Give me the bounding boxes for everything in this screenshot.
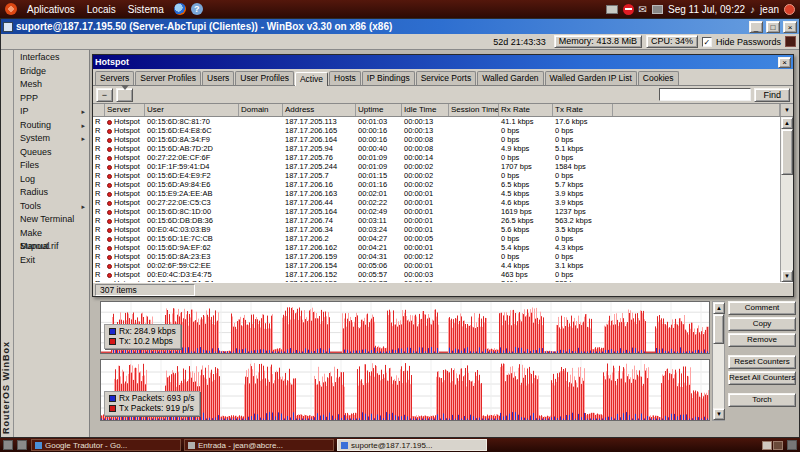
table-row[interactable]: R Hotspot 00:15:6D:9A:EF:62 187.17.206.1…: [93, 243, 780, 252]
scrollbar-thumb[interactable]: [781, 129, 793, 175]
hotspot-tab[interactable]: Service Ports: [416, 71, 477, 85]
sidebar-item[interactable]: Routing ▸: [14, 119, 89, 133]
hotspot-titlebar[interactable]: Hotspot ×: [93, 55, 793, 69]
workspace-cell[interactable]: [773, 441, 783, 450]
sidebar-item[interactable]: IP ▸: [14, 105, 89, 119]
table-row[interactable]: R Hotspot 00:15:6D:8A:23:E3 187.17.206.1…: [93, 252, 780, 261]
menubar-menu[interactable]: Sistema: [123, 3, 169, 16]
table-row[interactable]: R Hotspot 00:15:6D:E4:E9:F2 187.17.205.7…: [93, 171, 780, 180]
table-row[interactable]: R Hotspot 00:15:6D:8A:34:F9 187.17.206.1…: [93, 135, 780, 144]
file-manager-icon[interactable]: [17, 440, 27, 450]
table-row[interactable]: R Hotspot 00:E0:4C:D3:E4:75 187.17.206.1…: [93, 270, 780, 279]
action-button[interactable]: Reset Counters: [728, 355, 796, 369]
hotspot-tab[interactable]: IP Bindings: [362, 71, 415, 85]
table-row[interactable]: R Hotspot 00:02:6F:59:C2:EE 187.17.206.1…: [93, 261, 780, 270]
column-flag[interactable]: [93, 104, 105, 116]
sidebar-item[interactable]: System ▸: [14, 132, 89, 146]
close-button[interactable]: ×: [783, 21, 797, 33]
hotspot-tab[interactable]: Servers: [95, 71, 134, 85]
filter-button[interactable]: [116, 88, 133, 102]
action-button[interactable]: Reset All Counters: [728, 371, 796, 385]
find-button[interactable]: Find: [754, 88, 790, 102]
table-row[interactable]: R Hotspot 00:15:6D:1E:7C:CB 187.17.206.2…: [93, 234, 780, 243]
sidebar-item[interactable]: Tools ▸: [14, 200, 89, 214]
column-address[interactable]: Address: [283, 104, 356, 116]
hotspot-tab[interactable]: User Profiles: [235, 71, 294, 85]
sidebar-item[interactable]: Mesh ▸: [14, 78, 89, 92]
hotspot-tab[interactable]: Users: [202, 71, 234, 85]
sidebar-item[interactable]: Files ▸: [14, 159, 89, 173]
sidebar-item[interactable]: New Terminal ▸: [14, 213, 89, 227]
taskbar-window-button[interactable]: Entrada - jean@abcre...: [184, 439, 334, 451]
show-desktop-icon[interactable]: [3, 440, 13, 450]
trash-icon[interactable]: [787, 440, 797, 450]
sidebar-item[interactable]: Exit ▸: [14, 254, 89, 268]
workspace-switcher[interactable]: [762, 441, 783, 450]
menubar-menu[interactable]: Aplicativos: [22, 3, 80, 16]
sidebar-item[interactable]: Bridge ▸: [14, 65, 89, 79]
hotspot-tab[interactable]: Cookies: [638, 71, 679, 85]
memory-indicator[interactable]: Memory: 413.8 MiB: [554, 35, 642, 48]
hotspot-tab[interactable]: Walled Garden: [477, 71, 543, 85]
table-row[interactable]: R Hotspot 00:1F:1F:59:41:D4 187.17.205.2…: [93, 162, 780, 171]
volume-icon[interactable]: ♪: [750, 4, 755, 15]
hotspot-tab[interactable]: Hosts: [329, 71, 361, 85]
table-row[interactable]: R Hotspot 00:15:6D:8C:1D:00 187.17.205.1…: [93, 207, 780, 216]
table-row[interactable]: R Hotspot 00:15:6D:AB:7D:2D 187.17.205.9…: [93, 144, 780, 153]
table-row[interactable]: R Hotspot 00:15:6D:8C:81:70 187.17.205.1…: [93, 117, 780, 126]
clock[interactable]: Seg 11 Jul, 09:22: [668, 4, 745, 15]
sidebar-item[interactable]: Interfaces ▸: [14, 51, 89, 65]
table-row[interactable]: R Hotspot 00:27:22:0E:C5:C3 187.17.206.4…: [93, 198, 780, 207]
table-row[interactable]: R Hotspot 00:27:22:0E:CF:6F 187.17.205.7…: [93, 153, 780, 162]
column-select-icon[interactable]: ▼: [780, 104, 793, 116]
action-button[interactable]: Comment: [728, 301, 796, 315]
action-button[interactable]: Copy: [728, 317, 796, 331]
maximize-button[interactable]: □: [766, 21, 780, 33]
cpu-indicator[interactable]: CPU: 34%: [646, 35, 698, 48]
table-row[interactable]: R Hotspot 00:15:6D:DB:DB:36 187.17.206.7…: [93, 216, 780, 225]
sidebar-item[interactable]: Log ▸: [14, 173, 89, 187]
hotspot-tab[interactable]: Walled Garden IP List: [545, 71, 637, 85]
table-row[interactable]: R Hotspot 00:15:6D:A9:84:E6 187.17.206.1…: [93, 180, 780, 189]
column-domain[interactable]: Domain: [239, 104, 283, 116]
taskbar-window-button[interactable]: Google Tradutor - Go...: [31, 439, 181, 451]
table-row[interactable]: R Hotspot 00:15:6D:AB:CA:C4 187.17.206.1…: [93, 279, 780, 282]
column-user[interactable]: User: [145, 104, 239, 116]
minimize-button[interactable]: _: [749, 21, 763, 33]
table-row[interactable]: R Hotspot 00:15:E9:2A:EE:AB 187.17.206.1…: [93, 189, 780, 198]
column-idle-time[interactable]: Idle Time: [402, 104, 449, 116]
workspace-cell-active[interactable]: [762, 441, 772, 450]
sidebar-item[interactable]: Make Supout.rif ▸: [14, 227, 89, 241]
update-notifier-icon[interactable]: [623, 4, 634, 15]
scroll-up-icon[interactable]: ▲: [713, 302, 725, 314]
table-scrollbar[interactable]: ▲ ▼: [780, 117, 793, 282]
winbox-titlebar[interactable]: suporte@187.17.195.50 (Server-AbcTupi (C…: [1, 19, 799, 34]
hotspot-tab[interactable]: Server Profiles: [135, 71, 201, 85]
column-tx-rate[interactable]: Tx Rate: [553, 104, 613, 116]
help-icon[interactable]: ?: [191, 3, 203, 15]
power-icon[interactable]: [784, 4, 795, 15]
hotspot-close-icon[interactable]: ×: [778, 57, 791, 68]
user-menu[interactable]: jean: [760, 4, 779, 15]
scrollbar-thumb[interactable]: [713, 314, 724, 344]
action-button[interactable]: Remove: [728, 333, 796, 347]
hide-passwords-checkbox[interactable]: ✓: [702, 37, 712, 47]
column-rx-rate[interactable]: Rx Rate: [499, 104, 553, 116]
menubar-menu[interactable]: Locais: [82, 3, 121, 16]
session-note-icon[interactable]: [785, 36, 796, 47]
taskbar-window-button[interactable]: suporte@187.17.195...: [337, 439, 487, 451]
ubuntu-logo-icon[interactable]: [5, 3, 17, 15]
find-input[interactable]: [659, 88, 751, 101]
column-uptime[interactable]: Uptime: [356, 104, 402, 116]
firefox-icon[interactable]: [174, 3, 186, 15]
graphs-scrollbar[interactable]: ▲ ▼: [712, 301, 725, 421]
mail-tray-icon[interactable]: ✉: [639, 4, 647, 15]
sidebar-item[interactable]: Queues ▸: [14, 146, 89, 160]
column-session-time[interactable]: Session Time ...: [449, 104, 499, 116]
table-row[interactable]: R Hotspot 00:E0:4C:03:03:B9 187.17.206.3…: [93, 225, 780, 234]
scroll-down-icon[interactable]: ▼: [781, 270, 793, 282]
sidebar-item[interactable]: PPP ▸: [14, 92, 89, 106]
action-button[interactable]: Torch: [728, 393, 796, 407]
scroll-down-icon[interactable]: ▼: [713, 408, 725, 420]
scroll-up-icon[interactable]: ▲: [781, 117, 793, 129]
